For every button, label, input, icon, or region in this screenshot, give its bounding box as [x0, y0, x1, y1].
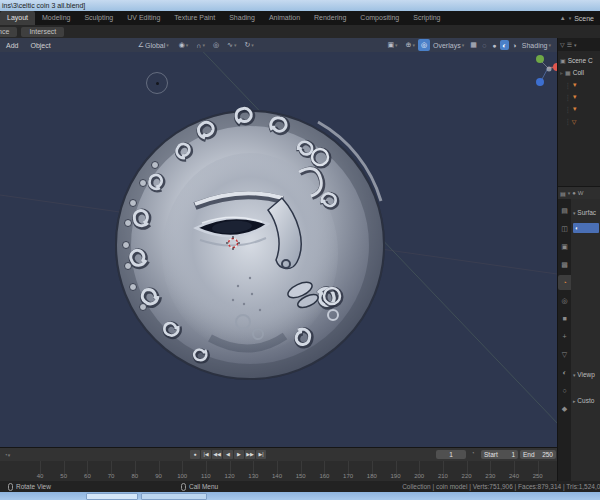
menu-add[interactable]: Add — [0, 42, 24, 49]
shading-dropdown[interactable]: Shading ▾ — [519, 39, 554, 51]
display-mode-icon[interactable]: ☰ — [567, 41, 572, 48]
shading-solid-icon[interactable]: ● — [490, 40, 499, 50]
tab-data[interactable]: ◆ — [558, 401, 571, 416]
expand-arrow-icon[interactable]: ▸ — [560, 69, 563, 76]
current-frame-field[interactable]: 1 — [436, 450, 466, 459]
workspace-tab-modeling[interactable]: Modeling — [35, 11, 77, 25]
xray-toggle[interactable]: ▦ — [467, 39, 480, 51]
record-button[interactable]: ● — [190, 450, 200, 459]
play-reverse-button[interactable]: ◀ — [223, 450, 233, 459]
ruler-tick-label: 40 — [37, 473, 44, 479]
transform-orientation-dropdown[interactable]: ∠ Global ▾ — [135, 39, 172, 51]
workspace-tab-scripting[interactable]: Scripting — [406, 11, 447, 25]
shading-wireframe-icon[interactable]: ◌ — [480, 40, 489, 50]
overlays-toggle[interactable]: ◎ — [418, 39, 430, 51]
gizmos-dropdown-icon: ⊕ — [406, 41, 412, 49]
scene-statistics: Collection | coin model | Verts:751,906 … — [402, 483, 600, 490]
tab-view-layer[interactable]: ▩ — [558, 257, 571, 272]
pivot-point-dropdown[interactable]: ◉▾ — [176, 39, 192, 51]
panel-viewport-display[interactable]: ▾ Viewp — [573, 371, 600, 378]
screen-cursor-highlight — [146, 72, 168, 94]
os-taskbar-sliver[interactable] — [0, 492, 600, 500]
snap-dropdown[interactable]: ∩▾ — [193, 39, 208, 51]
proportional-falloff-dropdown[interactable]: ∿▾ — [224, 39, 239, 51]
mesh-object-icon: ▼ — [572, 106, 578, 112]
jump-to-end-button[interactable]: ▶| — [256, 450, 266, 459]
outliner-object-4[interactable]: ┊▽ — [566, 115, 600, 127]
tab-render[interactable]: ◫ — [558, 221, 571, 236]
panel-label: Surfac — [577, 209, 596, 216]
filter-icon[interactable]: ▽ — [560, 41, 565, 48]
panel-label: Custo — [577, 397, 594, 404]
navigation-gizmo[interactable] — [536, 55, 557, 86]
taskbar-item[interactable] — [86, 493, 138, 500]
workspace-tab-texture-paint[interactable]: Texture Paint — [167, 11, 222, 25]
end-value: 250 — [542, 450, 553, 459]
workspace-tab-sculpting[interactable]: Sculpting — [77, 11, 120, 25]
timeline-ruler[interactable]: 4050607080901001101201301401501601701801… — [0, 461, 557, 482]
workspace-tab-compositing[interactable]: Compositing — [353, 11, 406, 25]
coin-3d-model[interactable] — [116, 106, 384, 379]
workspace-tab-uv-editing[interactable]: UV Editing — [120, 11, 167, 25]
overlays-dropdown[interactable]: Overlays ▾ — [430, 39, 467, 51]
workspace-tab-layout[interactable]: Layout — [0, 11, 35, 25]
outliner-collection[interactable]: ▸ ▦ Coll — [560, 66, 600, 78]
viewport-canvas[interactable] — [0, 38, 557, 447]
ruler-tick-label: 80 — [131, 473, 138, 479]
outliner-scene-collection[interactable]: ▣ Scene C — [560, 54, 600, 66]
outliner-object-1[interactable]: ┊▼ — [566, 79, 600, 91]
tab-output[interactable]: ▣ — [558, 239, 571, 254]
ruler-tick-label: 250 — [533, 473, 543, 479]
viewport-menus: AddObject — [0, 42, 57, 49]
next-keyframe-button[interactable]: ▶▶ — [245, 450, 255, 459]
tab-scene[interactable]: ◔ — [558, 275, 571, 290]
play-button[interactable]: ▶ — [234, 450, 244, 459]
tool-option-button-1[interactable]: erence — [0, 27, 17, 37]
frame-end-field[interactable]: End 250 — [520, 450, 556, 459]
panel-custom-properties[interactable]: ▸ Custo — [573, 397, 600, 404]
frame-start-field[interactable]: Start 1 — [481, 450, 518, 459]
taskbar-item[interactable] — [141, 493, 207, 500]
shading-rendered-icon[interactable]: ◑ — [510, 40, 519, 50]
chevron-down-icon: ▾ — [462, 42, 465, 48]
mouse-icon — [181, 483, 186, 491]
tool-option-button-2[interactable]: Intersect — [21, 27, 64, 37]
gizmo-z-axis — [536, 78, 544, 86]
shading-material-preview-icon[interactable]: ◐ — [500, 40, 509, 50]
menu-object[interactable]: Object — [24, 42, 56, 49]
outliner-header: ▽ ☰ ▾ — [558, 38, 600, 51]
proportional-editing-toggle[interactable]: ◎ — [210, 39, 222, 51]
panel-surface[interactable]: ▾ Surfac — [573, 209, 600, 216]
workspace-tabs: LayoutModelingSculptingUV EditingTexture… — [0, 11, 448, 25]
chevron-down-icon: ▾ — [574, 42, 577, 48]
ruler-tick-label: 180 — [367, 473, 377, 479]
workspace-tab-rendering[interactable]: Rendering — [307, 11, 353, 25]
material-icon: ◐ — [575, 225, 579, 231]
material-slot-selected[interactable]: ◐ — [573, 223, 599, 233]
workspace-tab-shading[interactable]: Shading — [222, 11, 262, 25]
object-type-visibility-dropdown[interactable]: ▣▾ — [384, 39, 400, 51]
3d-viewport[interactable]: AddObject ∠ Global ▾ ◉▾∩▾◎∿▾↻▾ ▣▾⊕▾ ◎ Ov… — [0, 38, 557, 447]
jump-to-start-button[interactable]: |◀ — [201, 450, 211, 459]
tab-world[interactable]: ◎ — [558, 293, 571, 308]
tab-object[interactable]: ■ — [558, 311, 571, 326]
outliner-object-2[interactable]: ┊▼ — [566, 91, 600, 103]
scene-selector[interactable]: ▲ ▾ Scene — [560, 11, 594, 25]
tab-modifiers[interactable]: + — [558, 329, 571, 344]
topbar: LayoutModelingSculptingUV EditingTexture… — [0, 11, 600, 25]
tab-physics[interactable]: ◐ — [558, 365, 571, 380]
editor-type-icon[interactable]: ▤ — [560, 190, 566, 197]
gizmos-dropdown[interactable]: ⊕▾ — [403, 39, 418, 51]
chevron-down-icon: ▾ — [166, 42, 169, 48]
tab-tool[interactable]: ▤ — [558, 203, 571, 218]
previous-keyframe-button[interactable]: ◀◀ — [212, 450, 222, 459]
workspace-tab-animation[interactable]: Animation — [262, 11, 307, 25]
ruler-tick-label: 120 — [225, 473, 235, 479]
tab-particles[interactable]: ▽ — [558, 347, 571, 362]
outliner-object-3[interactable]: ┊▼ — [566, 103, 600, 115]
ruler-tick-label: 240 — [509, 473, 519, 479]
transform-options-dropdown[interactable]: ↻▾ — [241, 39, 256, 51]
window-titlebar[interactable]: ins\3\celtic coin 3 all.blend] — [0, 0, 600, 11]
tab-constraints[interactable]: ○ — [558, 383, 571, 398]
ruler-tick-label: 140 — [272, 473, 282, 479]
